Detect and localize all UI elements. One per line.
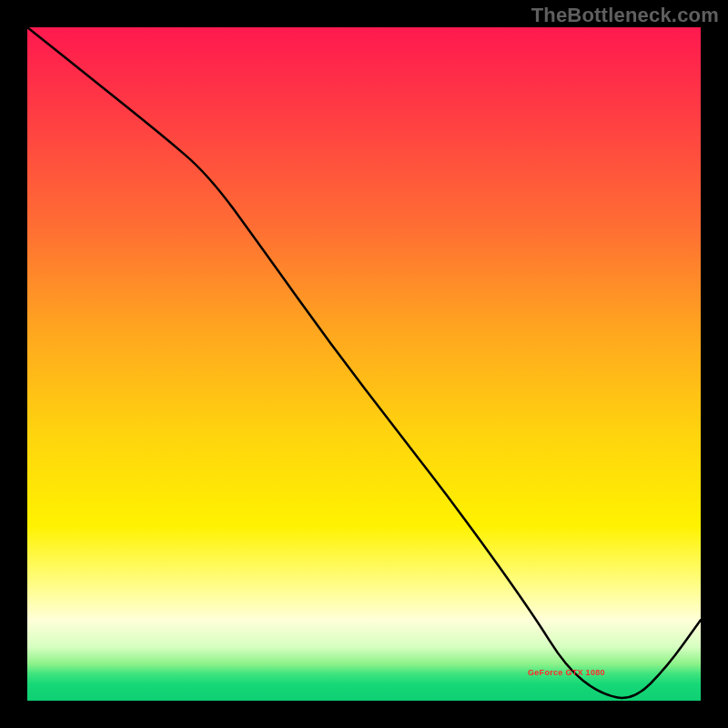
frame-border <box>0 701 728 728</box>
watermark-text: TheBottleneck.com <box>531 4 719 27</box>
frame-border <box>0 0 27 728</box>
chart-frame: GeForce GTX 1080 TheBottleneck.com <box>0 0 728 728</box>
bottleneck-curve <box>27 27 701 701</box>
gpu-annotation: GeForce GTX 1080 <box>528 668 605 677</box>
frame-border <box>701 0 728 728</box>
